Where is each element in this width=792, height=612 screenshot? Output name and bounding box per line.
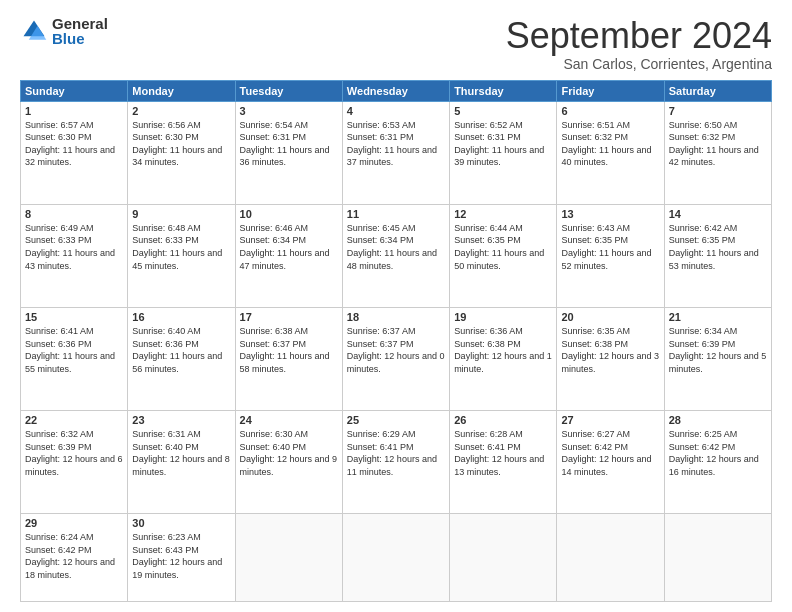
calendar-week-2: 8 Sunrise: 6:49 AMSunset: 6:33 PMDayligh… (21, 204, 772, 307)
calendar-cell: 22 Sunrise: 6:32 AMSunset: 6:39 PMDaylig… (21, 411, 128, 514)
calendar-cell: 25 Sunrise: 6:29 AMSunset: 6:41 PMDaylig… (342, 411, 449, 514)
page: General Blue September 2024 San Carlos, … (0, 0, 792, 612)
calendar-cell: 9 Sunrise: 6:48 AMSunset: 6:33 PMDayligh… (128, 204, 235, 307)
calendar-header-wednesday: Wednesday (342, 80, 449, 101)
day-number: 25 (347, 414, 445, 426)
day-info: Sunrise: 6:48 AMSunset: 6:33 PMDaylight:… (132, 223, 222, 271)
day-number: 26 (454, 414, 552, 426)
day-number: 22 (25, 414, 123, 426)
day-info: Sunrise: 6:35 AMSunset: 6:38 PMDaylight:… (561, 326, 659, 374)
logo: General Blue (20, 16, 108, 46)
day-info: Sunrise: 6:40 AMSunset: 6:36 PMDaylight:… (132, 326, 222, 374)
calendar-header-sunday: Sunday (21, 80, 128, 101)
day-info: Sunrise: 6:54 AMSunset: 6:31 PMDaylight:… (240, 120, 330, 168)
day-number: 12 (454, 208, 552, 220)
day-number: 10 (240, 208, 338, 220)
calendar-cell: 7 Sunrise: 6:50 AMSunset: 6:32 PMDayligh… (664, 101, 771, 204)
day-info: Sunrise: 6:36 AMSunset: 6:38 PMDaylight:… (454, 326, 552, 374)
calendar-cell (342, 514, 449, 602)
day-info: Sunrise: 6:37 AMSunset: 6:37 PMDaylight:… (347, 326, 445, 374)
calendar-cell: 19 Sunrise: 6:36 AMSunset: 6:38 PMDaylig… (450, 307, 557, 410)
calendar-header-monday: Monday (128, 80, 235, 101)
day-number: 4 (347, 105, 445, 117)
calendar-cell (235, 514, 342, 602)
calendar-cell: 4 Sunrise: 6:53 AMSunset: 6:31 PMDayligh… (342, 101, 449, 204)
logo-blue: Blue (52, 31, 108, 46)
logo-icon (20, 17, 48, 45)
day-info: Sunrise: 6:30 AMSunset: 6:40 PMDaylight:… (240, 429, 338, 477)
day-number: 18 (347, 311, 445, 323)
day-info: Sunrise: 6:32 AMSunset: 6:39 PMDaylight:… (25, 429, 123, 477)
day-info: Sunrise: 6:23 AMSunset: 6:43 PMDaylight:… (132, 532, 222, 580)
day-info: Sunrise: 6:52 AMSunset: 6:31 PMDaylight:… (454, 120, 544, 168)
day-info: Sunrise: 6:46 AMSunset: 6:34 PMDaylight:… (240, 223, 330, 271)
calendar-cell (664, 514, 771, 602)
calendar-cell: 10 Sunrise: 6:46 AMSunset: 6:34 PMDaylig… (235, 204, 342, 307)
day-number: 13 (561, 208, 659, 220)
calendar-cell: 17 Sunrise: 6:38 AMSunset: 6:37 PMDaylig… (235, 307, 342, 410)
day-info: Sunrise: 6:29 AMSunset: 6:41 PMDaylight:… (347, 429, 437, 477)
day-number: 14 (669, 208, 767, 220)
calendar-cell: 11 Sunrise: 6:45 AMSunset: 6:34 PMDaylig… (342, 204, 449, 307)
day-number: 19 (454, 311, 552, 323)
day-info: Sunrise: 6:50 AMSunset: 6:32 PMDaylight:… (669, 120, 759, 168)
day-info: Sunrise: 6:41 AMSunset: 6:36 PMDaylight:… (25, 326, 115, 374)
calendar-cell: 16 Sunrise: 6:40 AMSunset: 6:36 PMDaylig… (128, 307, 235, 410)
day-number: 28 (669, 414, 767, 426)
title-area: September 2024 San Carlos, Corrientes, A… (506, 16, 772, 72)
day-number: 8 (25, 208, 123, 220)
day-info: Sunrise: 6:34 AMSunset: 6:39 PMDaylight:… (669, 326, 767, 374)
day-info: Sunrise: 6:43 AMSunset: 6:35 PMDaylight:… (561, 223, 651, 271)
calendar-cell: 8 Sunrise: 6:49 AMSunset: 6:33 PMDayligh… (21, 204, 128, 307)
day-info: Sunrise: 6:56 AMSunset: 6:30 PMDaylight:… (132, 120, 222, 168)
day-info: Sunrise: 6:51 AMSunset: 6:32 PMDaylight:… (561, 120, 651, 168)
day-number: 15 (25, 311, 123, 323)
calendar-cell: 23 Sunrise: 6:31 AMSunset: 6:40 PMDaylig… (128, 411, 235, 514)
calendar-header-tuesday: Tuesday (235, 80, 342, 101)
calendar-cell: 1 Sunrise: 6:57 AMSunset: 6:30 PMDayligh… (21, 101, 128, 204)
calendar-cell: 24 Sunrise: 6:30 AMSunset: 6:40 PMDaylig… (235, 411, 342, 514)
calendar-cell: 30 Sunrise: 6:23 AMSunset: 6:43 PMDaylig… (128, 514, 235, 602)
day-info: Sunrise: 6:38 AMSunset: 6:37 PMDaylight:… (240, 326, 330, 374)
calendar-cell: 29 Sunrise: 6:24 AMSunset: 6:42 PMDaylig… (21, 514, 128, 602)
calendar-header-friday: Friday (557, 80, 664, 101)
day-number: 20 (561, 311, 659, 323)
calendar-table: SundayMondayTuesdayWednesdayThursdayFrid… (20, 80, 772, 602)
day-info: Sunrise: 6:24 AMSunset: 6:42 PMDaylight:… (25, 532, 115, 580)
calendar-cell: 26 Sunrise: 6:28 AMSunset: 6:41 PMDaylig… (450, 411, 557, 514)
calendar-header-row: SundayMondayTuesdayWednesdayThursdayFrid… (21, 80, 772, 101)
day-info: Sunrise: 6:45 AMSunset: 6:34 PMDaylight:… (347, 223, 437, 271)
calendar-cell: 13 Sunrise: 6:43 AMSunset: 6:35 PMDaylig… (557, 204, 664, 307)
calendar-week-5: 29 Sunrise: 6:24 AMSunset: 6:42 PMDaylig… (21, 514, 772, 602)
day-number: 16 (132, 311, 230, 323)
calendar-cell: 3 Sunrise: 6:54 AMSunset: 6:31 PMDayligh… (235, 101, 342, 204)
calendar-cell: 27 Sunrise: 6:27 AMSunset: 6:42 PMDaylig… (557, 411, 664, 514)
day-number: 6 (561, 105, 659, 117)
calendar-header-thursday: Thursday (450, 80, 557, 101)
calendar-week-1: 1 Sunrise: 6:57 AMSunset: 6:30 PMDayligh… (21, 101, 772, 204)
day-info: Sunrise: 6:57 AMSunset: 6:30 PMDaylight:… (25, 120, 115, 168)
day-number: 3 (240, 105, 338, 117)
day-info: Sunrise: 6:28 AMSunset: 6:41 PMDaylight:… (454, 429, 544, 477)
calendar-cell: 20 Sunrise: 6:35 AMSunset: 6:38 PMDaylig… (557, 307, 664, 410)
calendar-cell (557, 514, 664, 602)
day-number: 2 (132, 105, 230, 117)
calendar-cell: 28 Sunrise: 6:25 AMSunset: 6:42 PMDaylig… (664, 411, 771, 514)
calendar-cell (450, 514, 557, 602)
day-number: 29 (25, 517, 123, 529)
day-number: 24 (240, 414, 338, 426)
day-info: Sunrise: 6:44 AMSunset: 6:35 PMDaylight:… (454, 223, 544, 271)
calendar-week-4: 22 Sunrise: 6:32 AMSunset: 6:39 PMDaylig… (21, 411, 772, 514)
day-number: 17 (240, 311, 338, 323)
calendar-cell: 2 Sunrise: 6:56 AMSunset: 6:30 PMDayligh… (128, 101, 235, 204)
day-info: Sunrise: 6:25 AMSunset: 6:42 PMDaylight:… (669, 429, 759, 477)
day-number: 23 (132, 414, 230, 426)
calendar-header-saturday: Saturday (664, 80, 771, 101)
day-number: 1 (25, 105, 123, 117)
day-number: 5 (454, 105, 552, 117)
day-number: 30 (132, 517, 230, 529)
day-info: Sunrise: 6:31 AMSunset: 6:40 PMDaylight:… (132, 429, 230, 477)
logo-text: General Blue (52, 16, 108, 46)
day-number: 27 (561, 414, 659, 426)
location-title: San Carlos, Corrientes, Argentina (506, 56, 772, 72)
